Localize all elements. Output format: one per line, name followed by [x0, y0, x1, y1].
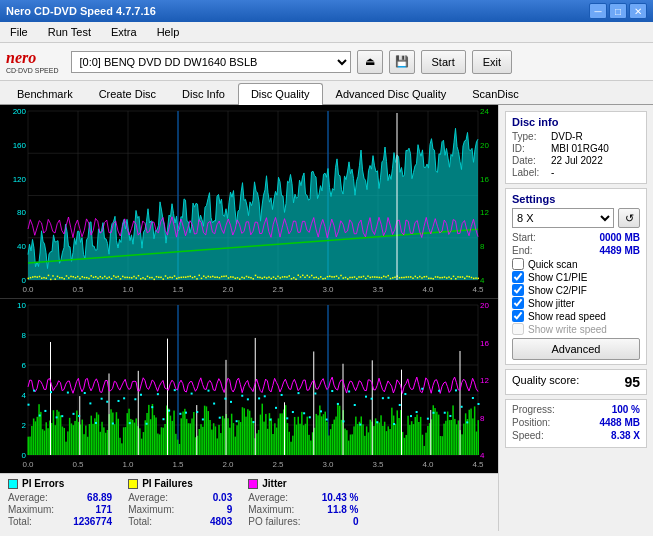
show-c1pie-checkbox[interactable] — [512, 271, 524, 283]
speed-value: 8.38 X — [611, 430, 640, 441]
tabs-bar: Benchmark Create Disc Disc Info Disc Qua… — [0, 81, 653, 105]
title-bar: Nero CD-DVD Speed 4.7.7.16 ─ □ ✕ — [0, 0, 653, 22]
progress-value: 100 % — [612, 404, 640, 415]
id-label: ID: — [512, 143, 547, 154]
menu-bar: File Run Test Extra Help — [0, 22, 653, 43]
minimize-btn[interactable]: ─ — [589, 3, 607, 19]
window-controls[interactable]: ─ □ ✕ — [589, 3, 647, 19]
pi-errors-max-label: Maximum: — [8, 504, 54, 515]
maximize-btn[interactable]: □ — [609, 3, 627, 19]
pi-failures-max-label: Maximum: — [128, 504, 174, 515]
pi-failures-max-value: 9 — [182, 504, 232, 515]
charts-area: PI Errors Average: 68.89 Maximum: 171 To… — [0, 105, 498, 531]
jitter-max-value: 11.8 % — [309, 504, 359, 515]
quick-scan-label: Quick scan — [528, 259, 577, 270]
start-label: Start: — [512, 232, 536, 243]
po-failures-value: 0 — [309, 516, 359, 527]
menu-extra[interactable]: Extra — [105, 24, 143, 40]
menu-file[interactable]: File — [4, 24, 34, 40]
po-failures-label: PO failures: — [248, 516, 300, 527]
speed-select[interactable]: 8 X — [512, 208, 614, 228]
show-write-speed-checkbox[interactable] — [512, 323, 524, 335]
menu-run-test[interactable]: Run Test — [42, 24, 97, 40]
jitter-color — [248, 479, 258, 489]
jitter-avg-label: Average: — [248, 492, 288, 503]
quality-section: Quality score: 95 — [505, 369, 647, 395]
pi-errors-color — [8, 479, 18, 489]
quality-score-value: 95 — [624, 374, 640, 390]
main-content: PI Errors Average: 68.89 Maximum: 171 To… — [0, 105, 653, 531]
eject-icon-btn[interactable]: ⏏ — [357, 50, 383, 74]
quick-scan-checkbox[interactable] — [512, 258, 524, 270]
pi-failures-total-label: Total: — [128, 516, 152, 527]
jitter-label: Jitter — [262, 478, 286, 489]
pi-errors-max-value: 171 — [62, 504, 112, 515]
start-button[interactable]: Start — [421, 50, 466, 74]
position-label: Position: — [512, 417, 550, 428]
drive-select[interactable]: [0:0] BENQ DVD DD DW1640 BSLB — [71, 51, 351, 73]
show-read-speed-label: Show read speed — [528, 311, 606, 322]
start-value: 0000 MB — [599, 232, 640, 243]
show-jitter-checkbox[interactable] — [512, 297, 524, 309]
sidebar: Disc info Type: DVD-R ID: MBI 01RG40 Dat… — [498, 105, 653, 531]
date-label: Date: — [512, 155, 547, 166]
tab-disc-info[interactable]: Disc Info — [169, 83, 238, 104]
speed-label: Speed: — [512, 430, 544, 441]
pi-errors-total-value: 1236774 — [62, 516, 112, 527]
label-label: Label: — [512, 167, 547, 178]
progress-label: Progress: — [512, 404, 555, 415]
pi-failures-stat: PI Failures Average: 0.03 Maximum: 9 Tot… — [128, 478, 232, 527]
tab-scan-disc[interactable]: ScanDisc — [459, 83, 531, 104]
save-icon: 💾 — [395, 55, 409, 68]
pi-errors-stat: PI Errors Average: 68.89 Maximum: 171 To… — [8, 478, 112, 527]
pi-failures-total-value: 4803 — [182, 516, 232, 527]
settings-section: Settings 8 X ↺ Start: 0000 MB End: 4489 … — [505, 188, 647, 365]
toolbar: nero CD·DVD SPEED [0:0] BENQ DVD DD DW16… — [0, 43, 653, 81]
close-btn[interactable]: ✕ — [629, 3, 647, 19]
logo-sub: CD·DVD SPEED — [6, 67, 59, 74]
chart-bottom-canvas — [0, 299, 498, 473]
pi-failures-color — [128, 479, 138, 489]
settings-title: Settings — [512, 193, 640, 205]
tab-advanced-disc-quality[interactable]: Advanced Disc Quality — [323, 83, 460, 104]
date-value: 22 Jul 2022 — [551, 155, 603, 166]
jitter-avg-value: 10.43 % — [309, 492, 359, 503]
type-value: DVD-R — [551, 131, 583, 142]
refresh-icon: ↺ — [625, 212, 634, 225]
chart-top-container — [0, 105, 498, 299]
eject-icon: ⏏ — [365, 55, 375, 68]
chart-bottom-container — [0, 299, 498, 473]
pi-errors-avg-label: Average: — [8, 492, 48, 503]
position-value: 4488 MB — [599, 417, 640, 428]
tab-create-disc[interactable]: Create Disc — [86, 83, 169, 104]
menu-help[interactable]: Help — [151, 24, 186, 40]
stats-bar: PI Errors Average: 68.89 Maximum: 171 To… — [0, 473, 498, 531]
advanced-button[interactable]: Advanced — [512, 338, 640, 360]
pi-errors-avg-value: 68.89 — [62, 492, 112, 503]
chart-top-canvas — [0, 105, 498, 298]
jitter-max-label: Maximum: — [248, 504, 294, 515]
label-value: - — [551, 167, 554, 178]
show-c2pif-label: Show C2/PIF — [528, 285, 587, 296]
disc-info-section: Disc info Type: DVD-R ID: MBI 01RG40 Dat… — [505, 111, 647, 184]
logo-area: nero CD·DVD SPEED — [6, 50, 59, 74]
show-c2pif-checkbox[interactable] — [512, 284, 524, 296]
show-write-speed-label: Show write speed — [528, 324, 607, 335]
end-label: End: — [512, 245, 533, 256]
progress-section: Progress: 100 % Position: 4488 MB Speed:… — [505, 399, 647, 448]
id-value: MBI 01RG40 — [551, 143, 609, 154]
exit-button[interactable]: Exit — [472, 50, 512, 74]
pi-failures-label: PI Failures — [142, 478, 193, 489]
show-read-speed-checkbox[interactable] — [512, 310, 524, 322]
tab-disc-quality[interactable]: Disc Quality — [238, 83, 323, 105]
pi-errors-label: PI Errors — [22, 478, 64, 489]
save-icon-btn[interactable]: 💾 — [389, 50, 415, 74]
pi-failures-avg-value: 0.03 — [182, 492, 232, 503]
type-label: Type: — [512, 131, 547, 142]
refresh-icon-btn[interactable]: ↺ — [618, 208, 640, 228]
show-c1pie-label: Show C1/PIE — [528, 272, 587, 283]
tab-benchmark[interactable]: Benchmark — [4, 83, 86, 104]
disc-info-title: Disc info — [512, 116, 640, 128]
logo-text: nero — [6, 50, 59, 66]
pi-errors-total-label: Total: — [8, 516, 32, 527]
